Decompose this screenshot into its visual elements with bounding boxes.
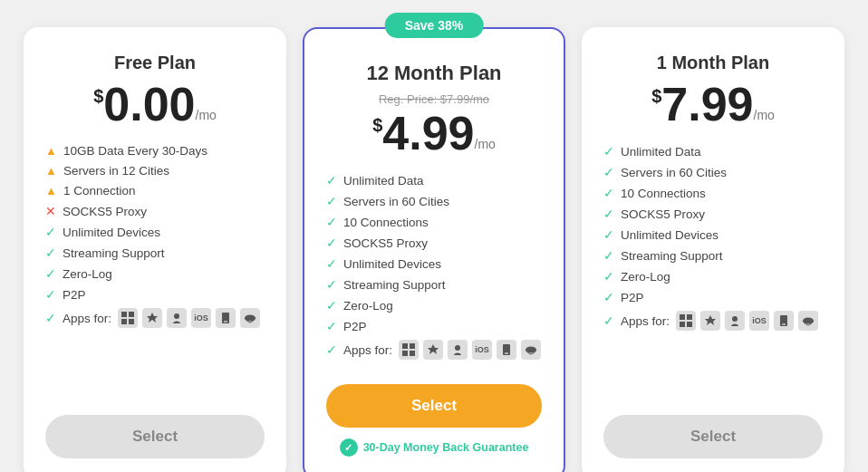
feature-item: ✓Zero-Log	[603, 269, 823, 284]
svg-rect-10	[402, 351, 408, 356]
feature-text: Streaming Support	[621, 249, 723, 263]
feature-text: Zero-Log	[63, 267, 112, 281]
svg-rect-0	[121, 312, 127, 317]
feature-item: ✓SOCKS5 Proxy	[326, 236, 542, 250]
plan-name: Free Plan	[45, 53, 265, 73]
feature-text: SOCKS5 Proxy	[343, 236, 428, 250]
feature-text: 10 Connections	[343, 216, 429, 229]
app-icon-cloud	[240, 308, 260, 328]
feature-item: ✓P2P	[603, 290, 823, 304]
check-icon: ✓	[326, 256, 337, 271]
feature-item: ✓SOCKS5 Proxy	[603, 207, 823, 221]
feature-text: Unlimited Data	[621, 145, 701, 159]
warn-icon: ▲	[45, 184, 57, 197]
feature-text: P2P	[63, 288, 86, 302]
feature-item: ✓Servers in 60 Cities	[326, 194, 542, 208]
feature-apps: ✓Apps for: iOS	[45, 308, 265, 328]
svg-rect-1	[129, 312, 134, 317]
app-icon-apple	[167, 308, 187, 328]
currency: $	[93, 86, 103, 107]
app-icon-mobile	[216, 308, 236, 328]
check-icon: ✓	[45, 311, 56, 325]
currency: $	[651, 86, 661, 107]
money-back-text: 30-Day Money Back Guarantee	[363, 441, 529, 454]
price-amount: 0.00	[103, 81, 195, 128]
feature-text: Unlimited Data	[343, 174, 424, 188]
plan-name: 1 Month Plan	[603, 53, 823, 73]
app-icon-apple	[448, 340, 468, 360]
feature-text: Unlimited Devices	[63, 226, 160, 239]
app-icon-ios: iOS	[749, 311, 769, 331]
app-icon-windows	[118, 308, 138, 328]
warn-icon: ▲	[45, 164, 57, 178]
feature-item: ▲10GB Data Every 30-Days	[45, 144, 265, 158]
plan-card-free: Free Plan $ 0.00 /mo ▲10GB Data Every 30…	[24, 27, 286, 472]
check-icon: ✓	[603, 207, 614, 221]
check-icon: ✓	[45, 287, 56, 302]
app-icon-windows	[399, 340, 419, 360]
features-list: ▲10GB Data Every 30-Days▲Servers in 12 C…	[45, 144, 265, 397]
svg-rect-19	[687, 322, 692, 327]
svg-rect-8	[402, 343, 408, 349]
price-period: /mo	[196, 108, 217, 122]
svg-rect-18	[680, 322, 685, 327]
check-icon: ✓	[326, 342, 337, 357]
price-amount: 4.99	[382, 110, 474, 157]
app-icon-mobile	[774, 311, 794, 331]
currency: $	[372, 115, 382, 136]
feature-item: ✓P2P	[326, 319, 542, 333]
price-period: /mo	[754, 108, 775, 122]
app-icon-cloud	[798, 311, 818, 331]
features-list: ✓Unlimited Data✓Servers in 60 Cities✓10 …	[326, 173, 542, 366]
check-icon: ✓	[326, 173, 337, 188]
feature-text: P2P	[343, 320, 367, 333]
apps-row: iOS	[399, 340, 541, 360]
price-row: $ 7.99 /mo	[603, 81, 823, 128]
check-icon: ✓	[326, 215, 337, 229]
check-icon: ✓	[603, 227, 614, 242]
plan-card-1month: 1 Month Plan $ 7.99 /mo ✓Unlimited Data✓…	[582, 27, 844, 472]
svg-rect-3	[129, 319, 134, 324]
check-icon: ✓	[603, 269, 614, 284]
check-icon: ✓	[603, 290, 614, 304]
feature-item: ✓Streaming Support	[326, 277, 542, 292]
reg-price: Reg. Price: $7.99/mo	[326, 92, 542, 106]
check-icon: ✓	[603, 144, 614, 159]
feature-item: ✓Unlimited Data	[326, 173, 542, 188]
check-icon: ✓	[326, 319, 337, 333]
select-button-1month[interactable]: Select	[603, 415, 823, 458]
price-amount: 7.99	[661, 81, 753, 128]
save-badge: Save 38%	[385, 13, 484, 38]
select-button-12month[interactable]: Select	[326, 384, 542, 428]
feature-text: SOCKS5 Proxy	[63, 205, 147, 218]
feature-item: ✓Servers in 60 Cities	[603, 165, 823, 179]
app-icon-android	[423, 340, 443, 360]
app-icon-ios: iOS	[191, 308, 211, 328]
check-icon: ✓	[603, 248, 614, 263]
feature-item: ▲1 Connection	[45, 184, 265, 197]
feature-item: ✓Zero-Log	[45, 266, 265, 281]
price-period: /mo	[475, 137, 496, 151]
select-button-free[interactable]: Select	[45, 415, 265, 458]
apps-row: iOS	[676, 311, 818, 331]
check-icon: ✓	[326, 236, 337, 250]
svg-rect-16	[680, 314, 685, 320]
feature-text: Streaming Support	[343, 278, 446, 292]
app-icon-windows	[676, 311, 696, 331]
feature-item: ▲Servers in 12 Cities	[45, 164, 265, 178]
feature-text: Apps for:	[343, 343, 392, 357]
feature-item: ✓10 Connections	[326, 215, 542, 229]
feature-text: Apps for:	[63, 312, 111, 325]
feature-text: Servers in 12 Cities	[63, 164, 169, 178]
feature-item: ✓Unlimited Devices	[603, 227, 823, 242]
feature-text: P2P	[621, 291, 644, 304]
svg-rect-17	[687, 314, 692, 320]
feature-text: Servers in 60 Cities	[621, 166, 727, 179]
feature-text: Servers in 60 Cities	[343, 195, 449, 208]
app-icon-android	[142, 308, 162, 328]
apps-row: iOS	[118, 308, 260, 328]
check-icon: ✓	[326, 194, 337, 208]
check-icon: ✓	[603, 186, 614, 200]
feature-text: Apps for:	[621, 314, 670, 328]
svg-rect-9	[410, 343, 415, 349]
